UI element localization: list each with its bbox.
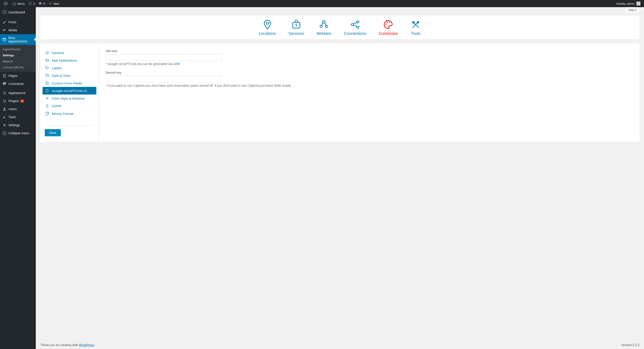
sidebar-collapse[interactable]: Collapse menu	[0, 129, 36, 137]
sidebar-tools[interactable]: Tools	[0, 113, 36, 121]
help-tab[interactable]: Help	[626, 7, 640, 13]
my-account[interactable]: Howdy, admin	[615, 1, 642, 5]
site-key-input[interactable]	[106, 54, 222, 61]
svg-point-15	[322, 20, 325, 23]
submenu-reports[interactable]: Reports	[0, 58, 36, 64]
site-name[interactable]: demo	[11, 2, 26, 5]
nav-labels[interactable]: Labels	[42, 64, 96, 72]
svg-point-26	[47, 52, 48, 53]
svg-point-27	[46, 67, 47, 67]
main-content: Help Locations $Services Workers Connect…	[36, 7, 644, 349]
active-arrow-icon	[34, 38, 36, 41]
svg-rect-30	[46, 106, 48, 107]
admin-sidebar: Dashboard Posts Media Easy Appointments …	[0, 7, 36, 349]
nav-money[interactable]: Money Format	[42, 110, 96, 117]
tab-customize[interactable]: Customize	[379, 19, 398, 36]
svg-point-10	[4, 126, 4, 126]
save-button[interactable]: Save	[45, 129, 61, 136]
nav-form-style[interactable]: Form Style & Redirect	[42, 94, 96, 102]
sidebar-submenu: Appointments Settings Reports Connect [B…	[0, 45, 36, 72]
settings-side-nav: General Mail Notifications Labels Date &…	[40, 43, 99, 142]
admin-bar: demo 2 0 New Howdy, admin	[0, 0, 644, 7]
sidebar-users[interactable]: Users	[0, 105, 36, 113]
avatar	[636, 1, 640, 5]
footer: Thank you for creating with WordPress. V…	[40, 343, 640, 347]
submenu-connect[interactable]: Connect [BETA]	[0, 64, 36, 70]
svg-point-17	[325, 25, 328, 27]
tab-connections[interactable]: Connections	[344, 19, 366, 36]
svg-point-20	[357, 26, 359, 28]
svg-point-3	[4, 29, 6, 30]
svg-point-19	[357, 21, 359, 23]
tab-locations[interactable]: Locations	[259, 19, 276, 36]
svg-point-9	[5, 125, 5, 125]
footer-thankyou: Thank you for creating with WordPress.	[40, 343, 95, 347]
tab-workers[interactable]: Workers	[316, 19, 332, 36]
svg-point-7	[4, 107, 5, 109]
footer-version: Version 5.2.2	[621, 343, 640, 347]
nav-recaptcha[interactable]: Google reCAPTCHA v2	[42, 87, 96, 94]
nav-gdpr[interactable]: GDPR	[42, 102, 96, 110]
sidebar-appearance[interactable]: Appearance	[0, 89, 36, 97]
nav-custom-fields[interactable]: Custom Form Fields	[42, 79, 96, 87]
submenu-appointments[interactable]: Appointments	[0, 46, 36, 52]
sidebar-pages[interactable]: Pages	[0, 72, 36, 80]
comments-link[interactable]: 0	[37, 2, 47, 5]
secret-key-label: Secret key	[106, 71, 633, 74]
site-key-label: Site key	[106, 49, 633, 53]
updates-link[interactable]: 2	[26, 2, 37, 5]
svg-point-21	[386, 24, 386, 25]
sidebar-dashboard[interactable]: Dashboard	[0, 7, 36, 17]
settings-panel: General Mail Notifications Labels Date &…	[40, 43, 640, 142]
site-key-hint: * Google reCAPTCHA key can be generated …	[106, 62, 633, 66]
svg-rect-28	[46, 74, 48, 77]
nav-general[interactable]: General	[42, 49, 96, 56]
plugins-badge: 1	[20, 99, 24, 103]
new-content[interactable]: New	[47, 2, 61, 5]
sidebar-posts[interactable]: Posts	[0, 18, 36, 26]
secret-key-hint: * If you want to use Captcha you must ha…	[106, 84, 633, 87]
tab-tools[interactable]: Tools	[410, 19, 421, 36]
svg-rect-6	[4, 75, 6, 77]
secret-key-input[interactable]	[106, 76, 222, 82]
sidebar-easy-appointments[interactable]: Easy Appointments	[0, 34, 36, 45]
svg-rect-4	[3, 38, 6, 41]
form-area: Site key * Google reCAPTCHA key can be g…	[99, 43, 640, 142]
nav-datetime[interactable]: Date & Time	[42, 72, 96, 79]
sidebar-comments[interactable]: Comments	[0, 80, 36, 88]
svg-point-0	[4, 2, 8, 5]
svg-point-11	[3, 132, 6, 135]
svg-text:$: $	[295, 23, 297, 27]
svg-point-16	[320, 25, 322, 27]
sidebar-settings[interactable]: Settings	[0, 121, 36, 129]
svg-point-2	[3, 29, 4, 31]
tab-services[interactable]: $Services	[288, 19, 304, 36]
svg-point-22	[387, 22, 388, 23]
sidebar-plugins[interactable]: Plugins1	[0, 97, 36, 105]
submenu-settings[interactable]: Settings	[0, 52, 36, 58]
wp-logo[interactable]	[2, 1, 11, 5]
tabs-bar: Locations $Services Workers Connections …	[40, 16, 640, 39]
sidebar-media[interactable]: Media	[0, 26, 36, 34]
svg-point-18	[351, 23, 354, 26]
recaptcha-link[interactable]: LINK	[173, 62, 180, 66]
wordpress-link[interactable]: WordPress	[79, 343, 94, 347]
nav-mail[interactable]: Mail Notifications	[42, 56, 96, 64]
svg-point-12	[266, 22, 268, 24]
svg-point-23	[389, 22, 390, 23]
svg-point-8	[4, 124, 4, 125]
